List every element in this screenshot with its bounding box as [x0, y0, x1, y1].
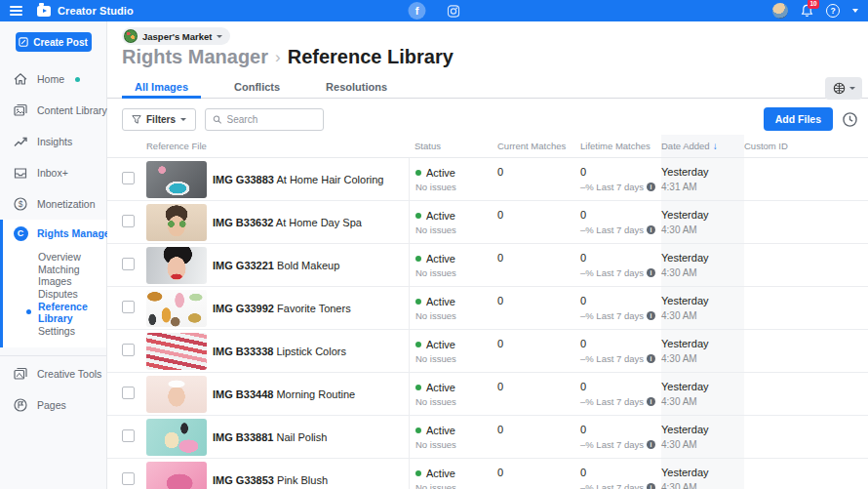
thumbnail-pink-blush[interactable] — [146, 462, 207, 489]
language-selector-button[interactable] — [825, 77, 862, 100]
sidebar-item-creative-tools[interactable]: Creative Tools — [0, 358, 106, 389]
active-status-dot — [415, 470, 421, 476]
status-note: No issues — [415, 310, 497, 321]
status-cell: ActiveNo issues — [409, 459, 497, 489]
thumbnail-lipstick-colors[interactable] — [146, 333, 207, 370]
sidebar-subitem-label: Disputes — [38, 288, 78, 300]
thumbnail-cell — [146, 247, 213, 284]
table-row[interactable]: IMG G33883 At Home Hair ColoringActiveNo… — [107, 158, 868, 201]
info-icon[interactable]: i — [647, 311, 655, 320]
breadcrumb-parent[interactable]: Rights Manager — [122, 46, 268, 68]
toolbar: Filters Add Files — [122, 107, 858, 131]
thumbnail-morning-routine[interactable] — [146, 376, 207, 413]
filter-icon — [132, 114, 141, 124]
row-checkbox[interactable] — [122, 172, 135, 184]
table-row[interactable]: IMG B33338 Lipstick ColorsActiveNo issue… — [107, 330, 868, 373]
column-header-current-matches[interactable]: Current Matches — [497, 141, 580, 151]
table-row[interactable]: IMG G33992 Favorite TonersActiveNo issue… — [107, 287, 868, 330]
column-header-date-added[interactable]: Date Added↓ — [661, 135, 744, 157]
facebook-icon[interactable]: f — [409, 2, 426, 20]
column-header-status[interactable]: Status — [414, 141, 497, 151]
row-checkbox[interactable] — [122, 258, 135, 270]
info-icon[interactable]: i — [647, 225, 655, 234]
sidebar-item-monetization[interactable]: $Monetization — [0, 188, 106, 220]
chevron-down-icon[interactable] — [852, 9, 858, 13]
sidebar-subitem-label: Reference Library — [38, 301, 106, 324]
account-selector[interactable]: Jasper's Market — [122, 27, 230, 45]
tab-all-images[interactable]: All Images — [122, 76, 201, 98]
thumbnail-nail-polish[interactable] — [146, 419, 207, 456]
column-header-lifetime-matches[interactable]: Lifetime Matches — [580, 141, 661, 151]
row-checkbox[interactable] — [122, 429, 135, 442]
sidebar-subitem-label: Overview — [38, 251, 81, 263]
row-checkbox[interactable] — [122, 344, 135, 356]
create-post-button[interactable]: Create Post — [16, 32, 92, 52]
reference-file-name[interactable]: IMG B33448 Morning Routine — [213, 388, 414, 400]
info-icon[interactable]: i — [647, 483, 655, 489]
sidebar-item-inbox[interactable]: Inbox+ — [0, 157, 106, 188]
sidebar-subitem-label: Matching Images — [38, 264, 106, 287]
date-added-cell: Yesterday4:30 AM — [661, 244, 744, 286]
sidebar-item-rights-manager[interactable]: CRights Manager — [3, 220, 106, 247]
table-row[interactable]: IMG B33632 At Home Day SpaActiveNo issue… — [107, 201, 868, 244]
checkbox-cell — [122, 428, 146, 446]
notifications-icon[interactable]: 10 — [801, 4, 813, 18]
thumbnail-day-spa[interactable] — [146, 204, 207, 241]
table-row[interactable]: IMG G33853 Pink BlushActiveNo issues00–%… — [107, 459, 868, 489]
add-files-button[interactable]: Add Files — [764, 107, 833, 131]
clock-icon — [842, 111, 858, 128]
help-icon[interactable]: ? — [826, 4, 840, 18]
row-checkbox[interactable] — [122, 387, 135, 399]
thumbnail-cell — [146, 290, 213, 327]
sidebar-subitem-reference-library[interactable]: Reference Library — [3, 303, 106, 321]
info-icon[interactable]: i — [647, 354, 655, 363]
filters-button[interactable]: Filters — [122, 108, 196, 131]
account-name: Jasper's Market — [142, 31, 212, 42]
info-icon[interactable]: i — [647, 183, 655, 191]
info-icon[interactable]: i — [647, 440, 655, 449]
reference-file-name[interactable]: IMG B33881 Nail Polish — [213, 431, 414, 443]
instagram-icon[interactable] — [448, 5, 460, 18]
thumbnail-favorite-toners[interactable] — [146, 290, 207, 327]
column-header-custom-id[interactable]: Custom ID — [744, 141, 858, 151]
sidebar-item-pages[interactable]: Pages — [0, 389, 106, 421]
custom-id-cell — [744, 330, 858, 372]
reference-file-name[interactable]: IMG B33338 Lipstick Colors — [213, 346, 414, 357]
activity-log-button[interactable] — [842, 111, 858, 128]
row-checkbox[interactable] — [122, 472, 135, 485]
reference-file-name[interactable]: IMG G33883 At Home Hair Coloring — [213, 174, 414, 185]
custom-id-cell — [744, 201, 858, 243]
search-input[interactable] — [227, 114, 317, 125]
sidebar-subitem-settings[interactable]: Settings — [3, 321, 106, 340]
row-checkbox[interactable] — [122, 301, 135, 313]
date-added-cell: Yesterday4:30 AM — [661, 459, 744, 489]
lifetime-matches-cell: 0–% Last 7 days i — [580, 373, 661, 415]
table-row[interactable]: IMG B33448 Morning RoutineActiveNo issue… — [107, 373, 868, 416]
tab-resolutions[interactable]: Resolutions — [313, 76, 400, 98]
column-header-reference-file[interactable]: Reference File — [146, 141, 414, 151]
table-row[interactable]: IMG B33881 Nail PolishActiveNo issues00–… — [107, 416, 868, 459]
sidebar-item-home[interactable]: Home — [0, 63, 106, 95]
tab-conflicts[interactable]: Conflicts — [221, 76, 293, 98]
reference-file-name[interactable]: IMG G33221 Bold Makeup — [213, 260, 414, 271]
info-icon[interactable]: i — [647, 397, 655, 406]
sidebar-subitem-matching-images[interactable]: Matching Images — [3, 265, 106, 284]
chevron-down-icon — [180, 118, 186, 121]
menu-icon[interactable] — [10, 6, 22, 16]
monetization-icon: $ — [13, 196, 28, 212]
creative-tools-icon — [13, 366, 28, 382]
sidebar-item-content-library[interactable]: Content Library — [0, 95, 106, 126]
current-matches-cell: 0 — [497, 459, 580, 489]
row-checkbox[interactable] — [122, 215, 135, 227]
sidebar-item-insights[interactable]: Insights — [0, 126, 106, 157]
reference-file-name[interactable]: IMG G33992 Favorite Toners — [213, 303, 414, 314]
current-matches-cell: 0 — [497, 201, 580, 243]
sidebar: Create Post HomeContent LibraryInsightsI… — [0, 21, 107, 489]
info-icon[interactable]: i — [647, 268, 655, 277]
reference-file-name[interactable]: IMG G33853 Pink Blush — [213, 474, 414, 486]
table-row[interactable]: IMG G33221 Bold MakeupActiveNo issues00–… — [107, 244, 868, 287]
avatar[interactable] — [772, 3, 788, 19]
thumbnail-hair-coloring[interactable] — [146, 161, 207, 198]
reference-file-name[interactable]: IMG B33632 At Home Day Spa — [213, 217, 414, 228]
thumbnail-bold-makeup[interactable] — [146, 247, 207, 284]
